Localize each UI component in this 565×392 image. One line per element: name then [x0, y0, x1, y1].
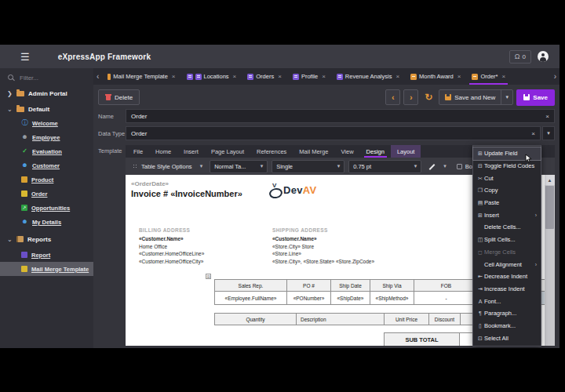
sidebar-item-product[interactable]: Product	[0, 172, 93, 187]
sidebar-item-employee[interactable]: ☻ Employee	[0, 130, 93, 144]
sidebar-section-default[interactable]: ⌄ Default	[0, 102, 93, 116]
paragraph-icon: ¶	[476, 310, 484, 316]
menu-item-paste[interactable]: ▤ Paste	[473, 197, 541, 209]
clear-icon[interactable]: ×	[545, 113, 549, 120]
tabs-scroll-right-icon[interactable]: ›	[551, 68, 560, 85]
close-icon[interactable]: ×	[322, 73, 326, 80]
menu-item-paragraph[interactable]: ¶ Paragraph...	[473, 307, 541, 320]
sidebar-item-order[interactable]: Order	[0, 187, 93, 201]
tab-orders[interactable]: Orders ×	[242, 68, 287, 85]
menu-item-update-field[interactable]: ⊞ Update Field	[473, 147, 541, 160]
user-avatar[interactable]	[538, 51, 549, 62]
tab-month-award[interactable]: Month Award ×	[405, 68, 466, 85]
info-icon: ⓘ	[21, 120, 28, 126]
view-icon	[187, 74, 193, 80]
view-icon	[247, 74, 253, 80]
save-options-dropdown[interactable]: ▾	[501, 90, 512, 104]
menu-item-split-cells[interactable]: ◫ Split Cells...	[473, 234, 541, 246]
ribbon-tab-design[interactable]: Design	[360, 145, 391, 158]
datatype-label: Data Type	[98, 130, 126, 137]
filter-input[interactable]: Filter...	[8, 71, 93, 85]
pen-color-button[interactable]: ▾	[425, 160, 450, 173]
menu-item-font[interactable]: A Font...	[473, 295, 541, 307]
name-input[interactable]	[131, 113, 541, 120]
person-icon: ☻	[21, 162, 28, 169]
close-icon[interactable]: ×	[502, 73, 506, 80]
insert-grid-icon: ⊞	[476, 212, 484, 218]
name-field-row: Name ×	[98, 109, 555, 123]
menu-item-bookmark[interactable]: ▯ Bookmark...	[473, 320, 541, 332]
scrollbar-thumb[interactable]	[545, 186, 554, 229]
close-icon[interactable]: ×	[172, 73, 176, 80]
table-grid-icon	[133, 164, 138, 169]
table-move-handle[interactable]: ⊞	[206, 274, 211, 279]
sidebar-item-welcome[interactable]: ⓘ Welcome	[0, 116, 93, 130]
menu-item-select-all[interactable]: ⊡ Select All	[473, 332, 541, 344]
chevron-down-icon: ⌄	[7, 236, 15, 243]
sidebar-item-opportunities[interactable]: ↗ Opportunities	[0, 201, 93, 215]
ribbon-tab-page-layout[interactable]: Page Layout	[205, 145, 250, 158]
line-items-table[interactable]: Quantity Description Unit Price Discount	[214, 313, 490, 325]
sidebar-item-evaluation[interactable]: ✓ Evaluation	[0, 144, 93, 158]
paragraph-style-dropdown[interactable]: Normal Ta... ▾	[210, 160, 268, 173]
hamburger-menu-icon[interactable]: ☰	[20, 51, 30, 63]
sidebar-item-my-details[interactable]: ☻ My Details	[0, 215, 93, 229]
close-icon[interactable]: ×	[233, 73, 237, 80]
sidebar-section-reports[interactable]: ⌄ Reports	[0, 232, 93, 246]
ribbon-tab-view[interactable]: View	[334, 145, 359, 158]
menu-item-cell-alignment[interactable]: Cell Alignment ›	[473, 258, 541, 270]
clear-icon[interactable]: ×	[531, 130, 535, 137]
menu-item-insert[interactable]: ⊞ Insert ›	[473, 209, 541, 221]
sidebar-section-admin-portal[interactable]: ❯ Admin Portal	[0, 86, 93, 100]
save-button[interactable]: Save	[516, 89, 555, 106]
tabs-scroll-left-icon[interactable]: ‹	[93, 68, 102, 85]
sidebar-item-report[interactable]: Report	[0, 248, 93, 262]
previous-record-button[interactable]: ‹	[385, 89, 400, 105]
refresh-icon[interactable]: ↻	[421, 92, 436, 103]
delete-button[interactable]: Delete	[98, 89, 140, 105]
menu-item-delete-cells[interactable]: Delete Cells...	[473, 221, 541, 234]
template-icon	[108, 74, 111, 80]
datatype-input[interactable]	[131, 130, 527, 137]
notifications-button[interactable]: Ω 0	[509, 50, 531, 64]
close-icon[interactable]: ×	[396, 73, 399, 80]
tab-mail-merge-template[interactable]: Mail Merge Template ×	[102, 68, 180, 85]
vertical-scrollbar[interactable]: ▲	[545, 175, 555, 346]
ribbon-tab-layout[interactable]: Layout	[391, 145, 421, 158]
datatype-field[interactable]: ×	[126, 126, 541, 140]
tab-order-active[interactable]: Order* ×	[466, 68, 511, 85]
name-field[interactable]: ×	[126, 109, 555, 123]
report-icon	[21, 252, 27, 258]
order-icon	[21, 191, 27, 197]
menu-item-decrease-indent[interactable]: ⇤ Decrease Indent	[473, 270, 541, 283]
tab-locations[interactable]: Locations ×	[181, 68, 242, 85]
table-style-options-button[interactable]: Table Style Options ▾	[129, 160, 206, 173]
save-and-new-button[interactable]: Save and New ▾	[439, 89, 513, 105]
ribbon-tab-mail-merge[interactable]: Mail Merge	[293, 145, 334, 158]
tab-bar: ‹ Mail Merge Template × Locations × Orde…	[93, 68, 560, 85]
sidebar-item-mail-merge-template[interactable]: Mail Merge Template	[0, 262, 93, 276]
ribbon-tab-references[interactable]: References	[250, 145, 293, 158]
ribbon-tab-home[interactable]: Home	[149, 145, 177, 158]
folder-icon	[16, 107, 24, 112]
folder-report-icon	[410, 74, 417, 80]
menu-item-increase-indent[interactable]: ⇥ Increase Indent	[473, 283, 541, 296]
filter-placeholder: Filter...	[20, 74, 38, 82]
menu-item-cut[interactable]: ✂ Cut	[473, 172, 541, 184]
ribbon-tab-file[interactable]: File	[127, 145, 149, 158]
tab-revenue-analysis[interactable]: Revenue Analysis ×	[331, 68, 405, 85]
ribbon-tab-insert[interactable]: Insert	[177, 145, 205, 158]
sidebar-item-customer[interactable]: ☻ Customer	[0, 158, 93, 172]
line-weight-dropdown[interactable]: 0.75 pt ▾	[348, 160, 421, 173]
close-icon[interactable]: ×	[457, 73, 461, 80]
tab-profile[interactable]: Profile ×	[287, 68, 331, 85]
menu-item-copy[interactable]: ❐ Copy	[473, 184, 541, 197]
app-header: ☰ eXpressApp Framework Ω 0	[0, 45, 560, 68]
search-icon	[8, 74, 15, 82]
next-record-button[interactable]: ›	[403, 89, 418, 105]
scroll-up-icon[interactable]: ▲	[545, 175, 555, 185]
close-icon[interactable]: ×	[278, 73, 282, 80]
line-style-dropdown[interactable]: Single ▾	[272, 160, 344, 173]
app-window: ☰ eXpressApp Framework Ω 0 Filter... ❯ A…	[0, 45, 560, 348]
datatype-dropdown-button[interactable]: ▾	[542, 126, 555, 140]
